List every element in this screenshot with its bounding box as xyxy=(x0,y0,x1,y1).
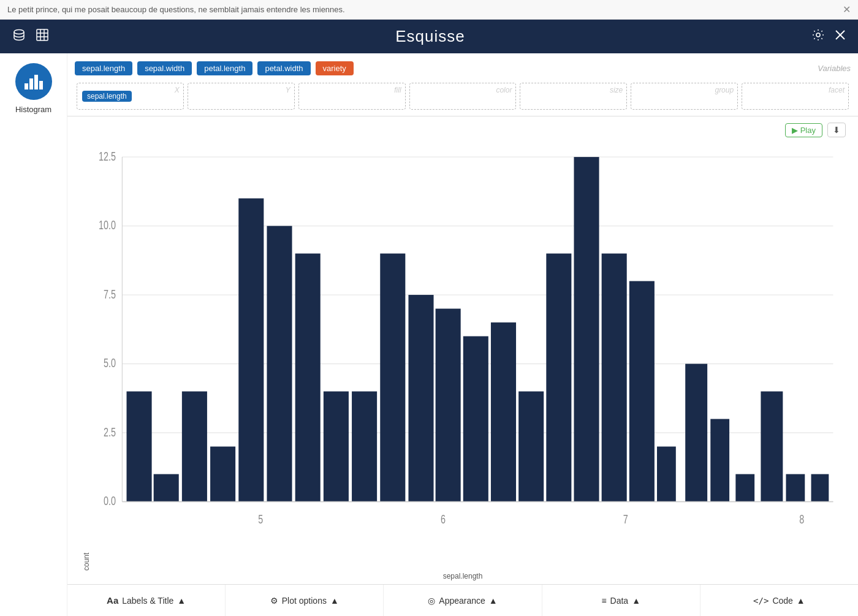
chart-type-panel: Histogram xyxy=(0,53,67,616)
svg-point-0 xyxy=(14,30,24,34)
data-icon: ≡ xyxy=(601,596,606,606)
play-icon: ▶ xyxy=(792,126,798,135)
data-arrow-icon: ▲ xyxy=(632,596,640,606)
svg-text:8: 8 xyxy=(799,512,804,526)
bar xyxy=(546,254,571,502)
bar xyxy=(657,447,676,502)
code-icon: </> xyxy=(753,596,769,606)
bar xyxy=(761,392,783,502)
close-header-icon[interactable] xyxy=(835,29,846,44)
svg-rect-10 xyxy=(29,78,33,89)
code-arrow-icon: ▲ xyxy=(797,596,805,606)
tab-data[interactable]: ≡ Data ▲ xyxy=(542,585,700,616)
bar xyxy=(602,254,627,502)
top-message: Le petit prince, qui me posait beaucoup … xyxy=(7,5,345,14)
database-icon[interactable] xyxy=(12,28,26,45)
svg-rect-12 xyxy=(39,81,43,89)
bar xyxy=(518,392,544,502)
appearance-icon: ◎ xyxy=(428,596,435,606)
top-close-icon[interactable]: ✕ xyxy=(843,4,851,15)
svg-rect-11 xyxy=(34,75,38,89)
bar xyxy=(786,474,805,502)
svg-point-6 xyxy=(816,33,820,37)
tab-appearance-label: Appearance xyxy=(439,596,485,606)
labels-arrow-icon: ▲ xyxy=(177,596,186,606)
play-label: Play xyxy=(800,126,816,135)
bar xyxy=(182,392,207,502)
tab-labels-title[interactable]: Aa Labels & Title ▲ xyxy=(67,585,226,616)
drop-zone-facet[interactable]: facet xyxy=(742,83,849,110)
tab-labels-title-label: Labels & Title xyxy=(122,596,173,606)
bar xyxy=(238,199,264,502)
plot-options-icon: ⚙ xyxy=(270,596,278,606)
svg-text:2.5: 2.5 xyxy=(104,425,116,439)
x-axis-label: sepal.length xyxy=(80,571,846,584)
bottom-tabs: Aa Labels & Title ▲ ⚙ Plot options ▲ ◎ A… xyxy=(67,584,858,616)
appearance-arrow-icon: ▲ xyxy=(489,596,498,606)
settings-icon[interactable] xyxy=(811,28,825,45)
bar xyxy=(210,447,235,502)
bar xyxy=(491,322,516,501)
variables-label: Variables xyxy=(818,64,851,73)
chart-panel: ▶ Play ⬇ count xyxy=(67,116,858,584)
bar xyxy=(735,474,754,502)
svg-text:7.5: 7.5 xyxy=(104,287,116,301)
download-icon: ⬇ xyxy=(833,125,840,135)
variables-area: sepal.length sepal.width petal.length pe… xyxy=(67,53,858,116)
tab-plot-options-label: Plot options xyxy=(282,596,327,606)
bar xyxy=(629,281,655,502)
plot-options-arrow-icon: ▲ xyxy=(330,596,339,606)
bar xyxy=(127,392,152,502)
chart-inner: 12.5 10.0 7.5 5.0 2.5 0.0 5 6 7 8 xyxy=(91,140,846,571)
bar xyxy=(463,337,488,502)
play-button[interactable]: ▶ Play xyxy=(785,123,822,137)
tab-plot-options[interactable]: ⚙ Plot options ▲ xyxy=(226,585,384,616)
drop-zone-size[interactable]: size xyxy=(520,83,627,110)
drop-zone-group[interactable]: group xyxy=(631,83,738,110)
chip-sepal-width[interactable]: sepal.width xyxy=(137,61,192,75)
bar xyxy=(295,254,321,502)
bar xyxy=(324,392,349,502)
bar xyxy=(685,364,707,502)
svg-text:6: 6 xyxy=(441,512,446,526)
chip-sepal-length[interactable]: sepal.length xyxy=(75,61,132,75)
tab-appearance[interactable]: ◎ Appearance ▲ xyxy=(384,585,542,616)
bar xyxy=(267,226,292,502)
download-button[interactable]: ⬇ xyxy=(827,123,846,137)
svg-text:7: 7 xyxy=(623,512,628,526)
tab-data-label: Data xyxy=(610,596,629,606)
bar xyxy=(408,295,433,501)
app-title: Esquisse xyxy=(49,27,811,46)
svg-text:10.0: 10.0 xyxy=(99,218,116,232)
bar xyxy=(352,392,377,502)
y-axis-label: count xyxy=(80,140,91,571)
chip-petal-length[interactable]: petal.length xyxy=(197,61,252,75)
drop-zone-y[interactable]: Y xyxy=(188,83,295,110)
histogram-icon[interactable] xyxy=(15,63,52,100)
labels-icon: Aa xyxy=(107,595,118,606)
table-icon[interactable] xyxy=(36,28,49,45)
svg-text:5.0: 5.0 xyxy=(104,356,116,370)
svg-text:5: 5 xyxy=(258,512,263,526)
header-bar: Esquisse xyxy=(0,20,858,53)
bar xyxy=(154,474,179,502)
svg-rect-9 xyxy=(25,83,28,89)
drop-zone-x[interactable]: sepal.length X xyxy=(77,83,184,110)
histogram-svg: 12.5 10.0 7.5 5.0 2.5 0.0 5 6 7 8 xyxy=(91,140,846,571)
bar xyxy=(710,419,729,502)
tab-code-label: Code xyxy=(772,596,792,606)
chip-x-sepal-length[interactable]: sepal.length xyxy=(82,91,132,102)
svg-text:12.5: 12.5 xyxy=(99,149,116,163)
tab-code[interactable]: </> Code ▲ xyxy=(700,585,858,616)
chip-variety[interactable]: variety xyxy=(316,61,354,75)
svg-rect-1 xyxy=(37,29,48,40)
drop-zone-fill[interactable]: fill xyxy=(298,83,406,110)
bar xyxy=(380,254,405,502)
bar xyxy=(436,309,461,502)
bar xyxy=(574,157,599,501)
drop-zone-color[interactable]: color xyxy=(409,83,517,110)
chip-petal-width[interactable]: petal.width xyxy=(257,61,310,75)
bar xyxy=(811,474,829,502)
svg-text:0.0: 0.0 xyxy=(104,494,116,508)
chart-type-label: Histogram xyxy=(15,105,51,114)
